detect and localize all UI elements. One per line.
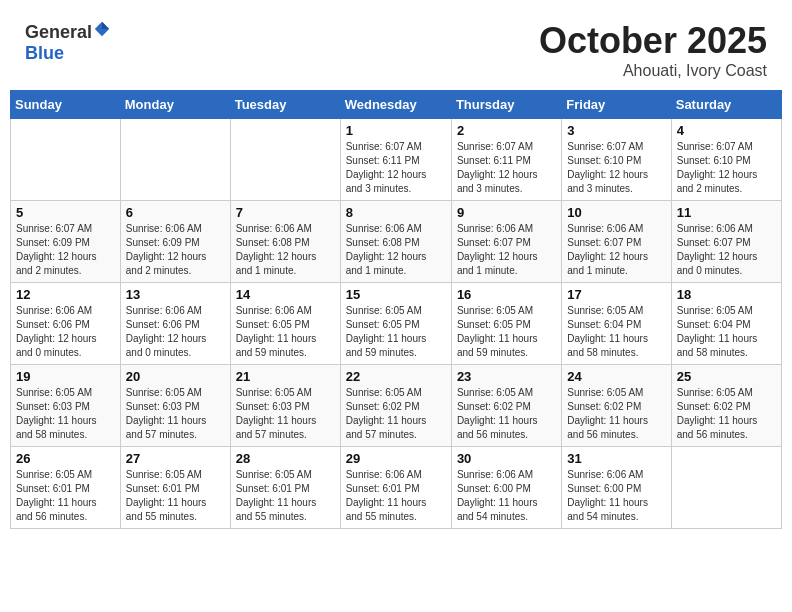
day-info: Sunrise: 6:05 AM Sunset: 6:03 PM Dayligh… bbox=[236, 386, 335, 442]
weekday-monday: Monday bbox=[120, 91, 230, 119]
calendar-cell: 26Sunrise: 6:05 AM Sunset: 6:01 PM Dayli… bbox=[11, 447, 121, 529]
day-info: Sunrise: 6:07 AM Sunset: 6:11 PM Dayligh… bbox=[346, 140, 446, 196]
calendar-cell: 7Sunrise: 6:06 AM Sunset: 6:08 PM Daylig… bbox=[230, 201, 340, 283]
calendar-cell: 31Sunrise: 6:06 AM Sunset: 6:00 PM Dayli… bbox=[562, 447, 671, 529]
day-number: 8 bbox=[346, 205, 446, 220]
day-number: 7 bbox=[236, 205, 335, 220]
day-number: 10 bbox=[567, 205, 665, 220]
calendar-cell: 14Sunrise: 6:06 AM Sunset: 6:05 PM Dayli… bbox=[230, 283, 340, 365]
day-info: Sunrise: 6:05 AM Sunset: 6:05 PM Dayligh… bbox=[346, 304, 446, 360]
day-info: Sunrise: 6:05 AM Sunset: 6:01 PM Dayligh… bbox=[16, 468, 115, 524]
calendar-cell: 9Sunrise: 6:06 AM Sunset: 6:07 PM Daylig… bbox=[451, 201, 561, 283]
day-info: Sunrise: 6:06 AM Sunset: 6:00 PM Dayligh… bbox=[567, 468, 665, 524]
day-number: 30 bbox=[457, 451, 556, 466]
day-info: Sunrise: 6:07 AM Sunset: 6:09 PM Dayligh… bbox=[16, 222, 115, 278]
calendar-cell: 30Sunrise: 6:06 AM Sunset: 6:00 PM Dayli… bbox=[451, 447, 561, 529]
day-number: 26 bbox=[16, 451, 115, 466]
calendar-cell: 17Sunrise: 6:05 AM Sunset: 6:04 PM Dayli… bbox=[562, 283, 671, 365]
day-info: Sunrise: 6:07 AM Sunset: 6:10 PM Dayligh… bbox=[567, 140, 665, 196]
day-info: Sunrise: 6:05 AM Sunset: 6:02 PM Dayligh… bbox=[677, 386, 776, 442]
calendar-cell: 19Sunrise: 6:05 AM Sunset: 6:03 PM Dayli… bbox=[11, 365, 121, 447]
day-info: Sunrise: 6:05 AM Sunset: 6:01 PM Dayligh… bbox=[126, 468, 225, 524]
calendar-cell bbox=[120, 119, 230, 201]
calendar-cell: 21Sunrise: 6:05 AM Sunset: 6:03 PM Dayli… bbox=[230, 365, 340, 447]
day-number: 1 bbox=[346, 123, 446, 138]
day-number: 13 bbox=[126, 287, 225, 302]
day-number: 6 bbox=[126, 205, 225, 220]
calendar-cell: 16Sunrise: 6:05 AM Sunset: 6:05 PM Dayli… bbox=[451, 283, 561, 365]
calendar-cell: 8Sunrise: 6:06 AM Sunset: 6:08 PM Daylig… bbox=[340, 201, 451, 283]
day-number: 22 bbox=[346, 369, 446, 384]
day-info: Sunrise: 6:07 AM Sunset: 6:10 PM Dayligh… bbox=[677, 140, 776, 196]
day-number: 16 bbox=[457, 287, 556, 302]
day-number: 29 bbox=[346, 451, 446, 466]
day-number: 3 bbox=[567, 123, 665, 138]
weekday-sunday: Sunday bbox=[11, 91, 121, 119]
day-number: 15 bbox=[346, 287, 446, 302]
calendar-cell: 6Sunrise: 6:06 AM Sunset: 6:09 PM Daylig… bbox=[120, 201, 230, 283]
week-row-3: 12Sunrise: 6:06 AM Sunset: 6:06 PM Dayli… bbox=[11, 283, 782, 365]
calendar-cell: 24Sunrise: 6:05 AM Sunset: 6:02 PM Dayli… bbox=[562, 365, 671, 447]
day-number: 21 bbox=[236, 369, 335, 384]
calendar-cell bbox=[11, 119, 121, 201]
calendar-cell: 15Sunrise: 6:05 AM Sunset: 6:05 PM Dayli… bbox=[340, 283, 451, 365]
week-row-2: 5Sunrise: 6:07 AM Sunset: 6:09 PM Daylig… bbox=[11, 201, 782, 283]
calendar-cell: 2Sunrise: 6:07 AM Sunset: 6:11 PM Daylig… bbox=[451, 119, 561, 201]
day-info: Sunrise: 6:05 AM Sunset: 6:02 PM Dayligh… bbox=[346, 386, 446, 442]
weekday-wednesday: Wednesday bbox=[340, 91, 451, 119]
calendar-cell bbox=[671, 447, 781, 529]
calendar-cell: 4Sunrise: 6:07 AM Sunset: 6:10 PM Daylig… bbox=[671, 119, 781, 201]
day-number: 11 bbox=[677, 205, 776, 220]
day-number: 23 bbox=[457, 369, 556, 384]
day-info: Sunrise: 6:05 AM Sunset: 6:05 PM Dayligh… bbox=[457, 304, 556, 360]
calendar-cell: 25Sunrise: 6:05 AM Sunset: 6:02 PM Dayli… bbox=[671, 365, 781, 447]
day-info: Sunrise: 6:06 AM Sunset: 6:01 PM Dayligh… bbox=[346, 468, 446, 524]
svg-marker-1 bbox=[102, 22, 109, 29]
week-row-1: 1Sunrise: 6:07 AM Sunset: 6:11 PM Daylig… bbox=[11, 119, 782, 201]
location: Ahouati, Ivory Coast bbox=[539, 62, 767, 80]
calendar-cell: 1Sunrise: 6:07 AM Sunset: 6:11 PM Daylig… bbox=[340, 119, 451, 201]
calendar: SundayMondayTuesdayWednesdayThursdayFrid… bbox=[10, 90, 782, 529]
month-title: October 2025 bbox=[539, 20, 767, 62]
day-number: 4 bbox=[677, 123, 776, 138]
day-info: Sunrise: 6:05 AM Sunset: 6:03 PM Dayligh… bbox=[126, 386, 225, 442]
day-info: Sunrise: 6:06 AM Sunset: 6:07 PM Dayligh… bbox=[457, 222, 556, 278]
day-info: Sunrise: 6:05 AM Sunset: 6:02 PM Dayligh… bbox=[457, 386, 556, 442]
day-number: 17 bbox=[567, 287, 665, 302]
day-number: 5 bbox=[16, 205, 115, 220]
day-number: 14 bbox=[236, 287, 335, 302]
day-number: 24 bbox=[567, 369, 665, 384]
calendar-cell: 20Sunrise: 6:05 AM Sunset: 6:03 PM Dayli… bbox=[120, 365, 230, 447]
title-block: October 2025 Ahouati, Ivory Coast bbox=[539, 20, 767, 80]
calendar-cell bbox=[230, 119, 340, 201]
calendar-cell: 12Sunrise: 6:06 AM Sunset: 6:06 PM Dayli… bbox=[11, 283, 121, 365]
weekday-saturday: Saturday bbox=[671, 91, 781, 119]
day-info: Sunrise: 6:07 AM Sunset: 6:11 PM Dayligh… bbox=[457, 140, 556, 196]
calendar-cell: 3Sunrise: 6:07 AM Sunset: 6:10 PM Daylig… bbox=[562, 119, 671, 201]
day-info: Sunrise: 6:06 AM Sunset: 6:07 PM Dayligh… bbox=[567, 222, 665, 278]
day-number: 12 bbox=[16, 287, 115, 302]
day-info: Sunrise: 6:05 AM Sunset: 6:04 PM Dayligh… bbox=[567, 304, 665, 360]
day-info: Sunrise: 6:06 AM Sunset: 6:08 PM Dayligh… bbox=[346, 222, 446, 278]
day-info: Sunrise: 6:06 AM Sunset: 6:09 PM Dayligh… bbox=[126, 222, 225, 278]
calendar-body: 1Sunrise: 6:07 AM Sunset: 6:11 PM Daylig… bbox=[11, 119, 782, 529]
page-header: General Blue October 2025 Ahouati, Ivory… bbox=[10, 10, 782, 85]
calendar-cell: 23Sunrise: 6:05 AM Sunset: 6:02 PM Dayli… bbox=[451, 365, 561, 447]
day-number: 31 bbox=[567, 451, 665, 466]
day-info: Sunrise: 6:05 AM Sunset: 6:02 PM Dayligh… bbox=[567, 386, 665, 442]
calendar-cell: 29Sunrise: 6:06 AM Sunset: 6:01 PM Dayli… bbox=[340, 447, 451, 529]
day-info: Sunrise: 6:06 AM Sunset: 6:06 PM Dayligh… bbox=[126, 304, 225, 360]
weekday-header-row: SundayMondayTuesdayWednesdayThursdayFrid… bbox=[11, 91, 782, 119]
day-info: Sunrise: 6:05 AM Sunset: 6:03 PM Dayligh… bbox=[16, 386, 115, 442]
weekday-friday: Friday bbox=[562, 91, 671, 119]
week-row-4: 19Sunrise: 6:05 AM Sunset: 6:03 PM Dayli… bbox=[11, 365, 782, 447]
logo: General Blue bbox=[25, 20, 111, 64]
day-number: 28 bbox=[236, 451, 335, 466]
day-info: Sunrise: 6:06 AM Sunset: 6:00 PM Dayligh… bbox=[457, 468, 556, 524]
week-row-5: 26Sunrise: 6:05 AM Sunset: 6:01 PM Dayli… bbox=[11, 447, 782, 529]
day-info: Sunrise: 6:06 AM Sunset: 6:06 PM Dayligh… bbox=[16, 304, 115, 360]
calendar-cell: 5Sunrise: 6:07 AM Sunset: 6:09 PM Daylig… bbox=[11, 201, 121, 283]
day-number: 19 bbox=[16, 369, 115, 384]
day-number: 2 bbox=[457, 123, 556, 138]
logo-general: General bbox=[25, 22, 92, 42]
